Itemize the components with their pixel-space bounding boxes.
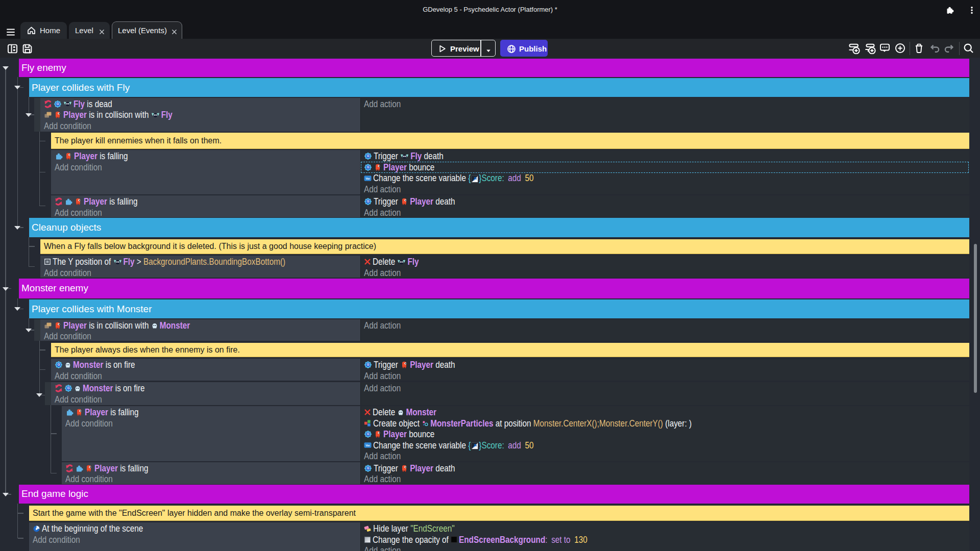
svg-text:G: G xyxy=(366,466,369,470)
svg-text:G: G xyxy=(366,200,369,204)
svg-text:G: G xyxy=(57,363,60,367)
svg-text:G: G xyxy=(366,433,369,436)
svg-text:G: G xyxy=(366,155,369,158)
svg-text:G: G xyxy=(366,363,369,367)
svg-text:G: G xyxy=(56,102,59,106)
svg-text:Var: Var xyxy=(365,177,371,180)
svg-text:G: G xyxy=(67,387,69,390)
svg-text:Var: Var xyxy=(365,444,371,447)
